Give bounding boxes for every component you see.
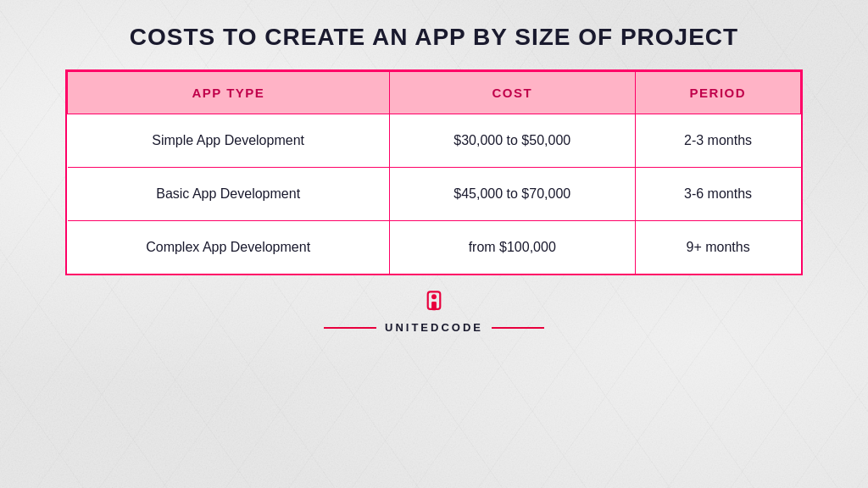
cell-app-type: Simple App Development bbox=[68, 114, 390, 168]
footer-line-left bbox=[324, 327, 376, 329]
cell-app-type: Complex App Development bbox=[68, 221, 390, 274]
cell-app-type: Basic App Development bbox=[68, 168, 390, 221]
footer: UNITEDCODE bbox=[51, 291, 817, 334]
col-header-cost: COST bbox=[389, 72, 635, 114]
cell-cost: $30,000 to $50,000 bbox=[389, 114, 635, 168]
footer-brand-name: UNITEDCODE bbox=[385, 321, 483, 334]
page-title: COSTS TO CREATE AN APP BY SIZE OF PROJEC… bbox=[130, 24, 738, 51]
cell-cost: from $100,000 bbox=[389, 221, 635, 274]
svg-point-2 bbox=[431, 294, 437, 299]
cell-period: 9+ months bbox=[635, 221, 800, 274]
table-row: Complex App Developmentfrom $100,0009+ m… bbox=[68, 221, 801, 274]
unitedcode-logo-icon bbox=[420, 291, 448, 318]
svg-rect-1 bbox=[431, 302, 437, 310]
cell-period: 3-6 months bbox=[635, 168, 800, 221]
cell-period: 2-3 months bbox=[635, 114, 800, 168]
table-row: Simple App Development$30,000 to $50,000… bbox=[68, 114, 801, 168]
table-header-row: APP TYPE COST PERIOD bbox=[68, 72, 801, 114]
cell-cost: $45,000 to $70,000 bbox=[389, 168, 635, 221]
table-row: Basic App Development$45,000 to $70,0003… bbox=[68, 168, 801, 221]
data-table: APP TYPE COST PERIOD Simple App Developm… bbox=[65, 69, 803, 275]
col-header-period: PERIOD bbox=[635, 72, 800, 114]
footer-divider-row: UNITEDCODE bbox=[324, 321, 544, 334]
footer-line-right bbox=[492, 327, 544, 329]
col-header-app-type: APP TYPE bbox=[68, 72, 390, 114]
